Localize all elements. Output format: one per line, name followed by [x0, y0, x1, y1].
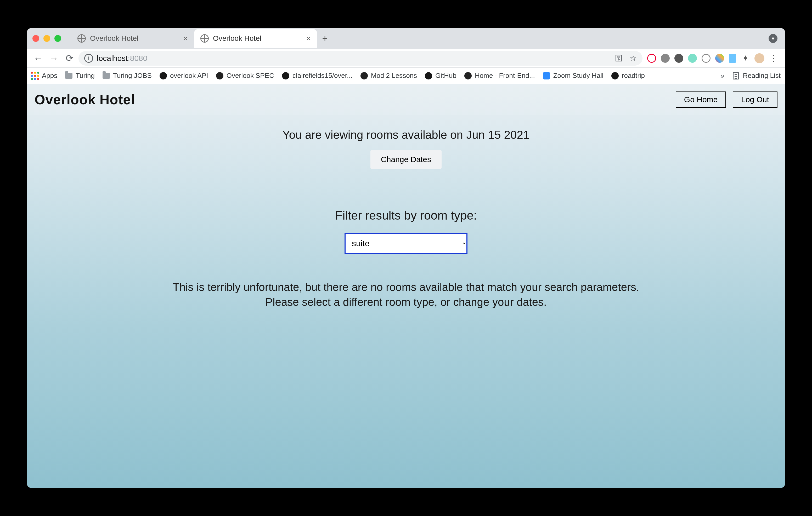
brand-title: Overlook Hotel — [34, 92, 135, 108]
tab-search-button[interactable]: ▾ — [768, 34, 778, 43]
tab-title: Overlook Hotel — [213, 34, 261, 42]
zoom-icon — [543, 72, 550, 80]
bookmarks-overflow-button[interactable]: » — [720, 72, 725, 80]
url-port: :8080 — [128, 54, 147, 62]
bookmark-roadtrip[interactable]: roadtrip — [611, 72, 645, 80]
site-icon — [464, 72, 472, 80]
bookmark-label: Turing JOBS — [113, 72, 152, 80]
header-actions: Go Home Log Out — [676, 91, 778, 108]
reload-button[interactable]: ⟳ — [63, 52, 77, 65]
go-home-button[interactable]: Go Home — [676, 91, 726, 108]
no-results-message: This is terribly unfortunate, but there … — [173, 280, 639, 309]
password-key-icon[interactable]: ⚿ — [615, 54, 623, 63]
bookmark-turing-jobs[interactable]: Turing JOBS — [103, 72, 152, 80]
bookmark-github[interactable]: GitHub — [425, 72, 457, 80]
globe-icon — [78, 34, 86, 42]
apps-grid-icon — [31, 72, 39, 80]
site-icon — [216, 72, 224, 80]
bookmark-label: Zoom Study Hall — [553, 72, 604, 80]
bookmark-label: GitHub — [435, 72, 457, 80]
bookmark-label: Turing — [76, 72, 95, 80]
page-content: Overlook Hotel Go Home Log Out You are v… — [27, 84, 785, 488]
extension-icon[interactable] — [702, 54, 710, 63]
bookmark-mod2[interactable]: Mod 2 Lessons — [360, 72, 417, 80]
extension-icons: ✦ ⋮ — [645, 53, 781, 63]
url-host: localhost — [97, 54, 128, 62]
github-icon — [425, 72, 432, 80]
address-bar[interactable]: i localhost:8080 ⚿ ☆ — [79, 51, 642, 66]
browser-window: Overlook Hotel × Overlook Hotel × + ▾ ← … — [27, 28, 785, 488]
extension-icon[interactable] — [674, 54, 683, 63]
bookmark-label: overlook API — [170, 72, 208, 80]
bookmark-label: clairefields15/over... — [292, 72, 353, 80]
viewing-heading: You are viewing rooms available on Jun 1… — [282, 128, 529, 142]
globe-icon — [200, 34, 209, 42]
browser-menu-button[interactable]: ⋮ — [769, 54, 778, 63]
main-content: You are viewing rooms available on Jun 1… — [27, 115, 785, 488]
browser-toolbar: ← → ⟳ i localhost:8080 ⚿ ☆ ✦ ⋮ — [27, 49, 785, 68]
bookmark-label: Overlook SPEC — [227, 72, 274, 80]
tab-overlook-hotel-2[interactable]: Overlook Hotel × — [194, 29, 317, 48]
github-icon — [611, 72, 619, 80]
tab-strip: Overlook Hotel × Overlook Hotel × + ▾ — [27, 28, 785, 49]
bookmark-overlook-spec[interactable]: Overlook SPEC — [216, 72, 274, 80]
bookmark-label: Home - Front-End... — [475, 72, 535, 80]
bookmark-turing[interactable]: Turing — [65, 72, 95, 80]
close-tab-icon[interactable]: × — [183, 34, 188, 43]
folder-icon — [103, 73, 110, 79]
app-header: Overlook Hotel Go Home Log Out — [27, 84, 785, 115]
filter-heading: Filter results by room type: — [335, 208, 477, 222]
profile-avatar[interactable] — [754, 53, 764, 63]
extension-icon[interactable] — [729, 54, 736, 63]
bookmark-star-icon[interactable]: ☆ — [630, 54, 637, 63]
bookmark-label: Apps — [42, 72, 57, 80]
new-tab-button[interactable]: + — [317, 33, 333, 44]
bookmark-label: Reading List — [743, 72, 781, 80]
extension-icon[interactable] — [661, 54, 670, 63]
bookmark-apps[interactable]: Apps — [31, 72, 57, 80]
site-info-icon[interactable]: i — [84, 54, 93, 63]
url-text: localhost:8080 — [97, 54, 147, 63]
github-icon — [160, 72, 167, 80]
room-type-select-wrap: suite — [345, 233, 467, 254]
change-dates-button[interactable]: Change Dates — [370, 150, 442, 169]
bookmark-home-fe[interactable]: Home - Front-End... — [464, 72, 535, 80]
bookmark-label: roadtrip — [622, 72, 645, 80]
minimize-window-button[interactable] — [44, 35, 50, 42]
maximize-window-button[interactable] — [54, 35, 61, 42]
extension-icon[interactable] — [647, 54, 656, 63]
bookmark-label: Mod 2 Lessons — [371, 72, 417, 80]
tab-overlook-hotel-1[interactable]: Overlook Hotel × — [71, 29, 194, 48]
bookmark-clairefields[interactable]: clairefields15/over... — [282, 72, 353, 80]
close-window-button[interactable] — [32, 35, 39, 42]
reading-list-icon — [733, 72, 739, 80]
extensions-puzzle-icon[interactable]: ✦ — [741, 54, 750, 63]
window-controls — [32, 35, 61, 42]
folder-icon — [65, 73, 72, 79]
reading-list-button[interactable]: Reading List — [732, 72, 781, 80]
tab-title: Overlook Hotel — [90, 34, 138, 42]
bookmark-zoom[interactable]: Zoom Study Hall — [543, 72, 604, 80]
bookmarks-bar: Apps Turing Turing JOBS overlook API Ove… — [27, 68, 785, 84]
extension-icon[interactable] — [715, 54, 724, 63]
back-button[interactable]: ← — [31, 52, 45, 65]
close-tab-icon[interactable]: × — [306, 34, 311, 43]
site-icon — [360, 72, 368, 80]
github-icon — [282, 72, 289, 80]
bookmark-overlook-api[interactable]: overlook API — [160, 72, 208, 80]
extension-icon[interactable] — [688, 54, 697, 63]
forward-button[interactable]: → — [47, 52, 61, 65]
log-out-button[interactable]: Log Out — [733, 91, 778, 108]
room-type-select[interactable]: suite — [345, 233, 467, 254]
